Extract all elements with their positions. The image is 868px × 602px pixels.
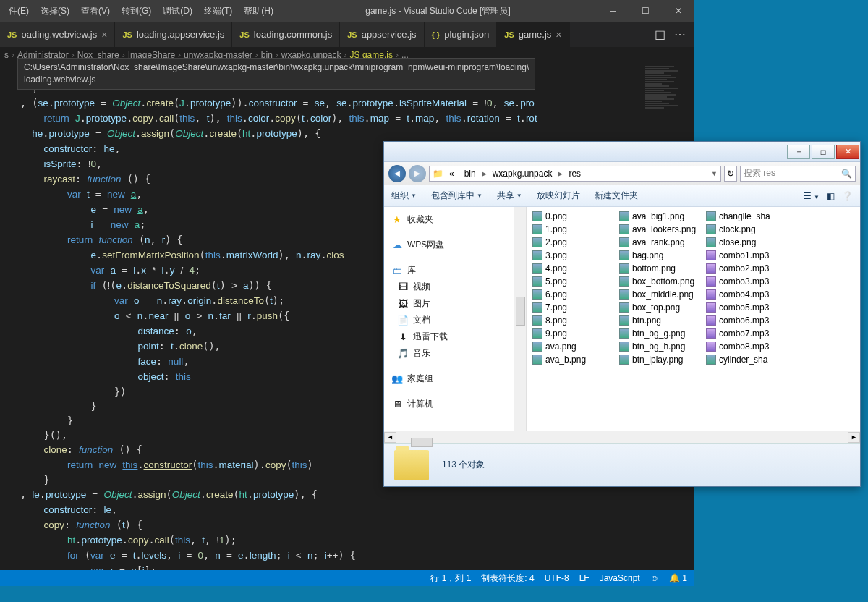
tab-loading-webview[interactable]: JSoading.webview.js× (0, 22, 115, 47)
preview-pane-icon[interactable]: ◧ (827, 191, 835, 201)
file-item[interactable]: 7.png (532, 301, 613, 314)
file-item[interactable]: ava_rank.png (619, 236, 700, 249)
file-item[interactable]: combo8.mp3 (706, 340, 787, 353)
file-item[interactable]: box_middle.png (619, 288, 700, 301)
share-menu[interactable]: 共享 ▼ (497, 190, 522, 202)
minimize-button[interactable]: － (787, 145, 810, 159)
scroll-left-icon[interactable]: ◄ (384, 432, 396, 443)
file-item[interactable]: 4.png (532, 262, 613, 275)
audio-icon (706, 250, 716, 260)
file-item[interactable]: 3.png (532, 249, 613, 262)
sidebar-wps[interactable]: ☁WPS网盘 (384, 237, 514, 253)
tab-loading-appservice[interactable]: JSloading.appservice.js (115, 22, 232, 47)
close-icon[interactable]: × (101, 29, 107, 41)
file-item[interactable]: 5.png (532, 275, 613, 288)
file-item[interactable]: ava_lookers.png (619, 223, 700, 236)
tab-plugin-json[interactable]: { }plugin.json (425, 22, 498, 47)
file-item[interactable]: cylinder_sha (706, 353, 787, 366)
menu-terminal[interactable]: 终端(T) (198, 0, 238, 22)
sidebar-documents[interactable]: 📄文档 (384, 312, 514, 328)
tab-appservice[interactable]: JSappservice.js (340, 22, 424, 47)
cursor-position[interactable]: 行 1，列 1 (430, 572, 471, 585)
menu-file[interactable]: 件(E) (3, 0, 35, 22)
file-item[interactable]: ava.png (532, 340, 613, 353)
audio-icon (706, 263, 716, 274)
split-editor-icon[interactable]: ◫ (655, 27, 665, 41)
file-item[interactable]: changlle_sha (706, 210, 787, 223)
file-item[interactable]: bottom.png (619, 262, 700, 275)
tab-loading-common[interactable]: JSloading.common.js (232, 22, 340, 47)
close-button[interactable]: ✕ (662, 0, 694, 22)
file-item[interactable]: combo1.mp3 (706, 249, 787, 262)
encoding[interactable]: UTF-8 (545, 573, 569, 583)
close-icon[interactable]: × (556, 29, 561, 41)
file-item[interactable]: btn.png (619, 314, 700, 327)
file-item[interactable]: combo4.mp3 (706, 288, 787, 301)
file-item[interactable]: clock.png (706, 223, 787, 236)
view-options-icon[interactable]: ☰ ▼ (804, 191, 820, 201)
close-button[interactable]: ✕ (836, 145, 859, 159)
menu-view[interactable]: 查看(V) (75, 0, 116, 22)
file-item[interactable]: combo6.mp3 (706, 314, 787, 327)
sidebar-favorites[interactable]: ★收藏夹 (384, 211, 514, 228)
sidebar-pictures[interactable]: 🖼图片 (384, 295, 514, 312)
forward-button[interactable]: ► (409, 165, 426, 182)
file-item[interactable]: 8.png (532, 314, 613, 327)
file-item[interactable]: combo2.mp3 (706, 262, 787, 275)
image-icon (706, 355, 716, 365)
file-list[interactable]: 0.png1.png2.png3.png4.png5.png6.png7.png… (527, 207, 860, 431)
search-input[interactable]: 搜索 res 🔍 (740, 166, 856, 182)
tab-size[interactable]: 制表符长度: 4 (481, 572, 534, 585)
menu-help[interactable]: 帮助(H) (238, 0, 279, 22)
sidebar-computer[interactable]: 🖥计算机 (384, 396, 514, 412)
file-item[interactable]: ava_big1.png (619, 210, 700, 223)
maximize-button[interactable]: ☐ (629, 0, 662, 22)
menu-debug[interactable]: 调试(D) (157, 0, 198, 22)
sidebar-libraries[interactable]: 🗃库 (384, 262, 514, 279)
scroll-right-icon[interactable]: ► (848, 432, 860, 443)
back-button[interactable]: ◄ (388, 165, 406, 182)
include-library-menu[interactable]: 包含到库中 ▼ (431, 190, 482, 202)
horizontal-scrollbar[interactable]: ◄ ► (384, 431, 860, 443)
file-item[interactable]: 6.png (532, 288, 613, 301)
file-item[interactable]: combo7.mp3 (706, 327, 787, 340)
sidebar-music[interactable]: 🎵音乐 (384, 345, 514, 362)
file-item[interactable]: combo5.mp3 (706, 301, 787, 314)
explorer-titlebar[interactable]: － □ ✕ (384, 142, 860, 162)
language-mode[interactable]: JavaScript (600, 573, 640, 583)
eol[interactable]: LF (579, 573, 590, 583)
organize-menu[interactable]: 组织 ▼ (391, 190, 417, 202)
menu-goto[interactable]: 转到(G) (116, 0, 157, 22)
sidebar-video[interactable]: 🎞视频 (384, 279, 514, 295)
address-bar[interactable]: 📁 « bin▶ wxapkg.unpack▶ res ▼ (429, 166, 721, 182)
file-item[interactable]: close.png (706, 236, 787, 249)
file-item[interactable]: 1.png (532, 223, 613, 236)
scroll-thumb[interactable] (411, 438, 433, 447)
file-item[interactable]: ava_b.png (532, 353, 613, 366)
file-item[interactable]: btn_bg_h.png (619, 340, 700, 353)
sidebar-homegroup[interactable]: 👥家庭组 (384, 370, 514, 387)
help-icon[interactable]: ❔ (842, 191, 853, 201)
more-icon[interactable]: ⋯ (674, 27, 686, 41)
menu-select[interactable]: 选择(S) (35, 0, 75, 22)
file-item[interactable]: combo3.mp3 (706, 275, 787, 288)
slideshow-button[interactable]: 放映幻灯片 (537, 190, 580, 202)
sidebar-xunlei[interactable]: ⬇迅雷下载 (384, 328, 514, 345)
file-item[interactable]: box_top.png (619, 301, 700, 314)
dropdown-icon[interactable]: ▼ (711, 170, 718, 177)
bell-icon[interactable]: 🔔 1 (669, 573, 687, 583)
feedback-icon[interactable]: ☺ (650, 573, 659, 583)
file-item[interactable]: 2.png (532, 236, 613, 249)
maximize-button[interactable]: □ (812, 145, 835, 159)
file-item[interactable]: btn_iplay.png (619, 353, 700, 366)
tab-game-js[interactable]: JSgame.js× (497, 22, 569, 47)
new-folder-button[interactable]: 新建文件夹 (595, 190, 638, 202)
file-item[interactable]: box_bottom.png (619, 275, 700, 288)
refresh-button[interactable]: ↻ (724, 166, 737, 182)
file-item[interactable]: bag.png (619, 249, 700, 262)
minimize-button[interactable]: ─ (597, 0, 629, 22)
sidebar-scrollbar[interactable] (514, 207, 527, 431)
file-item[interactable]: btn_bg_g.png (619, 327, 700, 340)
file-item[interactable]: 9.png (532, 327, 613, 340)
file-item[interactable]: 0.png (532, 210, 613, 223)
